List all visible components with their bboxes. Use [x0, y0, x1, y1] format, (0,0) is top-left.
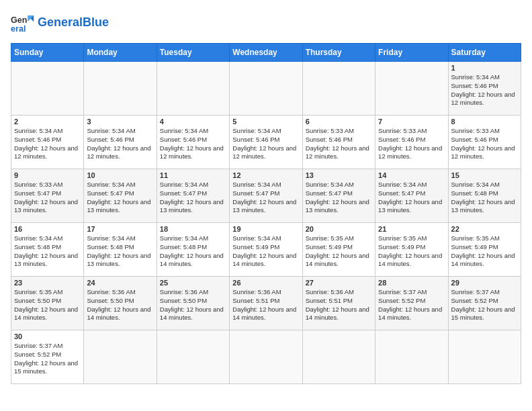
calendar-cell: 25Sunrise: 5:36 AM Sunset: 5:50 PM Dayli… — [157, 277, 229, 330]
calendar-cell: 28Sunrise: 5:37 AM Sunset: 5:52 PM Dayli… — [375, 277, 448, 330]
calendar-cell: 29Sunrise: 5:37 AM Sunset: 5:52 PM Dayli… — [448, 277, 521, 330]
day-number: 27 — [306, 279, 372, 287]
day-info: Sunrise: 5:34 AM Sunset: 5:46 PM Dayligh… — [160, 127, 226, 161]
day-number: 22 — [451, 225, 518, 233]
day-number: 21 — [378, 225, 445, 233]
day-info: Sunrise: 5:37 AM Sunset: 5:52 PM Dayligh… — [451, 288, 518, 322]
day-info: Sunrise: 5:36 AM Sunset: 5:51 PM Dayligh… — [232, 288, 299, 322]
calendar-cell: 19Sunrise: 5:34 AM Sunset: 5:49 PM Dayli… — [230, 223, 302, 277]
calendar-cell: 24Sunrise: 5:36 AM Sunset: 5:50 PM Dayli… — [84, 277, 157, 330]
calendar-cell — [84, 330, 157, 384]
day-info: Sunrise: 5:34 AM Sunset: 5:48 PM Dayligh… — [160, 234, 226, 269]
calendar-cell — [302, 62, 375, 116]
calendar-cell: 13Sunrise: 5:34 AM Sunset: 5:47 PM Dayli… — [302, 169, 375, 223]
weekday-header: Thursday — [302, 44, 375, 62]
day-info: Sunrise: 5:34 AM Sunset: 5:47 PM Dayligh… — [306, 181, 372, 215]
day-info: Sunrise: 5:34 AM Sunset: 5:47 PM Dayligh… — [232, 181, 299, 215]
weekday-header: Saturday — [448, 44, 521, 62]
day-number: 7 — [378, 118, 445, 126]
calendar-cell: 16Sunrise: 5:34 AM Sunset: 5:48 PM Dayli… — [11, 223, 84, 277]
calendar-cell — [375, 330, 448, 384]
page-header: Gen eral GeneralBlue — [11, 11, 521, 35]
day-info: Sunrise: 5:36 AM Sunset: 5:50 PM Dayligh… — [160, 288, 226, 322]
logo-icon: Gen eral — [11, 11, 35, 35]
calendar-cell: 22Sunrise: 5:35 AM Sunset: 5:49 PM Dayli… — [448, 223, 521, 277]
weekday-header: Wednesday — [230, 44, 302, 62]
day-info: Sunrise: 5:37 AM Sunset: 5:52 PM Dayligh… — [378, 288, 445, 322]
calendar-body: 1Sunrise: 5:34 AM Sunset: 5:46 PM Daylig… — [11, 62, 521, 384]
day-info: Sunrise: 5:35 AM Sunset: 5:50 PM Dayligh… — [14, 288, 81, 322]
day-number: 30 — [14, 332, 81, 340]
day-info: Sunrise: 5:35 AM Sunset: 5:49 PM Dayligh… — [378, 234, 445, 269]
calendar-cell — [157, 330, 229, 384]
day-info: Sunrise: 5:34 AM Sunset: 5:49 PM Dayligh… — [232, 234, 299, 269]
day-info: Sunrise: 5:33 AM Sunset: 5:46 PM Dayligh… — [451, 127, 518, 161]
day-number: 29 — [451, 279, 518, 287]
day-number: 1 — [451, 64, 518, 72]
calendar-cell: 3Sunrise: 5:34 AM Sunset: 5:46 PM Daylig… — [84, 116, 157, 169]
calendar-cell: 8Sunrise: 5:33 AM Sunset: 5:46 PM Daylig… — [448, 116, 521, 169]
calendar-cell: 20Sunrise: 5:35 AM Sunset: 5:49 PM Dayli… — [302, 223, 375, 277]
day-number: 25 — [160, 279, 226, 287]
calendar-cell: 23Sunrise: 5:35 AM Sunset: 5:50 PM Dayli… — [11, 277, 84, 330]
day-number: 2 — [14, 118, 81, 126]
day-number: 14 — [378, 171, 445, 179]
day-info: Sunrise: 5:35 AM Sunset: 5:49 PM Dayligh… — [451, 234, 518, 269]
day-info: Sunrise: 5:34 AM Sunset: 5:46 PM Dayligh… — [87, 127, 153, 161]
calendar-cell — [11, 62, 84, 116]
calendar-cell — [84, 62, 157, 116]
calendar-cell: 14Sunrise: 5:34 AM Sunset: 5:47 PM Dayli… — [375, 169, 448, 223]
calendar-header: SundayMondayTuesdayWednesdayThursdayFrid… — [11, 44, 521, 62]
day-number: 19 — [232, 225, 299, 233]
day-info: Sunrise: 5:34 AM Sunset: 5:48 PM Dayligh… — [451, 181, 518, 215]
calendar-cell — [302, 330, 375, 384]
day-info: Sunrise: 5:33 AM Sunset: 5:46 PM Dayligh… — [306, 127, 372, 161]
day-number: 9 — [14, 171, 81, 179]
day-info: Sunrise: 5:34 AM Sunset: 5:48 PM Dayligh… — [87, 234, 153, 269]
calendar-cell: 27Sunrise: 5:36 AM Sunset: 5:51 PM Dayli… — [302, 277, 375, 330]
day-number: 3 — [87, 118, 153, 126]
calendar-cell: 26Sunrise: 5:36 AM Sunset: 5:51 PM Dayli… — [230, 277, 302, 330]
weekday-header: Monday — [84, 44, 157, 62]
logo: Gen eral GeneralBlue — [11, 11, 109, 35]
calendar-cell — [448, 330, 521, 384]
day-number: 4 — [160, 118, 226, 126]
day-number: 5 — [232, 118, 299, 126]
day-number: 10 — [87, 171, 153, 179]
day-number: 18 — [160, 225, 226, 233]
day-info: Sunrise: 5:34 AM Sunset: 5:46 PM Dayligh… — [14, 127, 81, 161]
day-number: 16 — [14, 225, 81, 233]
calendar-cell: 30Sunrise: 5:37 AM Sunset: 5:52 PM Dayli… — [11, 330, 84, 384]
day-number: 15 — [451, 171, 518, 179]
calendar-cell: 18Sunrise: 5:34 AM Sunset: 5:48 PM Dayli… — [157, 223, 229, 277]
day-info: Sunrise: 5:34 AM Sunset: 5:46 PM Dayligh… — [451, 73, 518, 107]
weekday-header: Friday — [375, 44, 448, 62]
day-info: Sunrise: 5:33 AM Sunset: 5:47 PM Dayligh… — [14, 181, 81, 215]
calendar-cell: 15Sunrise: 5:34 AM Sunset: 5:48 PM Dayli… — [448, 169, 521, 223]
day-number: 17 — [87, 225, 153, 233]
calendar-cell: 10Sunrise: 5:34 AM Sunset: 5:47 PM Dayli… — [84, 169, 157, 223]
day-number: 26 — [232, 279, 299, 287]
day-number: 24 — [87, 279, 153, 287]
day-info: Sunrise: 5:36 AM Sunset: 5:51 PM Dayligh… — [306, 288, 372, 322]
day-info: Sunrise: 5:34 AM Sunset: 5:48 PM Dayligh… — [14, 234, 81, 269]
day-info: Sunrise: 5:34 AM Sunset: 5:47 PM Dayligh… — [160, 181, 226, 215]
calendar-cell — [230, 330, 302, 384]
day-info: Sunrise: 5:35 AM Sunset: 5:49 PM Dayligh… — [306, 234, 372, 269]
weekday-header: Tuesday — [157, 44, 229, 62]
day-number: 11 — [160, 171, 226, 179]
day-number: 8 — [451, 118, 518, 126]
calendar-cell: 17Sunrise: 5:34 AM Sunset: 5:48 PM Dayli… — [84, 223, 157, 277]
calendar-cell: 4Sunrise: 5:34 AM Sunset: 5:46 PM Daylig… — [157, 116, 229, 169]
calendar-cell — [157, 62, 229, 116]
day-info: Sunrise: 5:34 AM Sunset: 5:47 PM Dayligh… — [87, 181, 153, 215]
day-info: Sunrise: 5:34 AM Sunset: 5:47 PM Dayligh… — [378, 181, 445, 215]
calendar-cell: 5Sunrise: 5:34 AM Sunset: 5:46 PM Daylig… — [230, 116, 302, 169]
day-number: 12 — [232, 171, 299, 179]
day-info: Sunrise: 5:33 AM Sunset: 5:46 PM Dayligh… — [378, 127, 445, 161]
calendar-cell: 12Sunrise: 5:34 AM Sunset: 5:47 PM Dayli… — [230, 169, 302, 223]
calendar-cell: 6Sunrise: 5:33 AM Sunset: 5:46 PM Daylig… — [302, 116, 375, 169]
day-number: 20 — [306, 225, 372, 233]
day-info: Sunrise: 5:36 AM Sunset: 5:50 PM Dayligh… — [87, 288, 153, 322]
calendar-cell — [230, 62, 302, 116]
